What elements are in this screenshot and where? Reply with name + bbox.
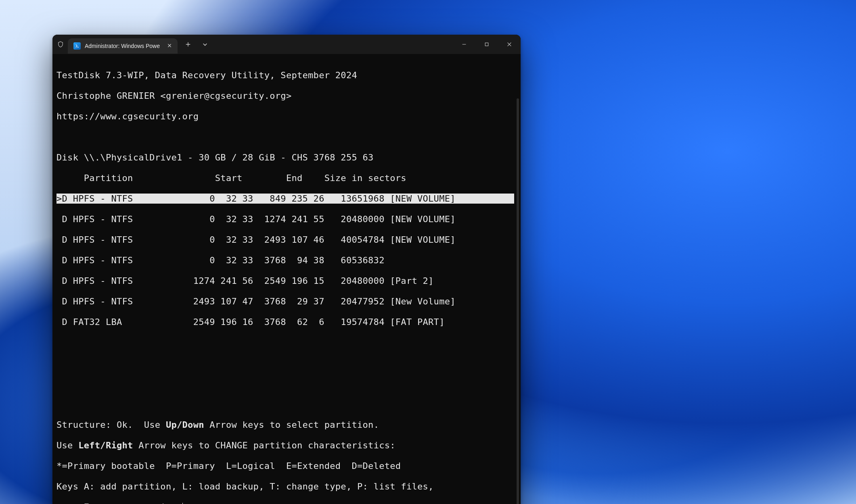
shield-icon [57, 40, 65, 48]
window-controls [453, 35, 521, 54]
term-line [57, 399, 514, 410]
term-line [57, 132, 514, 142]
tab-title: Administrator: Windows Powe [85, 43, 160, 49]
partition-row[interactable]: D FAT32 LBA 2549 196 16 3768 62 6 195747… [57, 317, 514, 327]
term-line: Disk \\.\PhysicalDrive1 - 30 GB / 28 GiB… [57, 152, 514, 163]
term-line [57, 379, 514, 389]
tab-dropdown-button[interactable] [197, 36, 213, 52]
close-tab-icon[interactable] [167, 43, 172, 49]
svg-rect-0 [485, 43, 488, 46]
partition-row[interactable]: D HPFS - NTFS 0 32 33 3768 94 38 6053683… [57, 255, 514, 266]
partition-row[interactable]: D HPFS - NTFS 1274 241 56 2549 196 15 20… [57, 276, 514, 286]
partition-row-selected[interactable]: >D HPFS - NTFS 0 32 33 849 235 26 136519… [57, 194, 514, 204]
term-line: Keys A: add partition, L: load backup, T… [57, 481, 514, 492]
partition-row[interactable]: D HPFS - NTFS 0 32 33 1274 241 55 204800… [57, 214, 514, 225]
term-line [57, 337, 514, 348]
maximize-button[interactable] [475, 35, 498, 54]
term-line: Partition Start End Size in sectors [57, 173, 514, 183]
term-line: Use Left/Right Arrow keys to CHANGE part… [57, 440, 514, 451]
term-line: Christophe GRENIER <grenier@cgsecurity.o… [57, 91, 514, 101]
minimize-button[interactable] [453, 35, 475, 54]
term-line: TestDisk 7.3-WIP, Data Recovery Utility,… [57, 70, 514, 81]
partition-row[interactable]: D HPFS - NTFS 0 32 33 2493 107 46 400547… [57, 235, 514, 245]
tab-actions [180, 36, 213, 52]
partition-row[interactable]: D HPFS - NTFS 2493 107 47 3768 29 37 204… [57, 296, 514, 307]
scrollbar[interactable] [517, 98, 519, 504]
term-line: Enter: to continue [57, 502, 514, 504]
new-tab-button[interactable] [180, 36, 196, 52]
titlebar-left: Administrator: Windows Powe [52, 35, 213, 54]
close-window-button[interactable] [498, 35, 521, 54]
term-line: *=Primary bootable P=Primary L=Logical E… [57, 461, 514, 471]
term-line: https://www.cgsecurity.org [57, 111, 514, 122]
powershell-icon [73, 42, 81, 50]
term-line [57, 358, 514, 369]
terminal-window: Administrator: Windows Powe [52, 35, 521, 504]
term-line: Structure: Ok. Use Up/Down Arrow keys to… [57, 420, 514, 430]
titlebar[interactable]: Administrator: Windows Powe [52, 35, 521, 54]
terminal-surface[interactable]: TestDisk 7.3-WIP, Data Recovery Utility,… [52, 54, 521, 504]
tab-active[interactable]: Administrator: Windows Powe [68, 38, 178, 54]
